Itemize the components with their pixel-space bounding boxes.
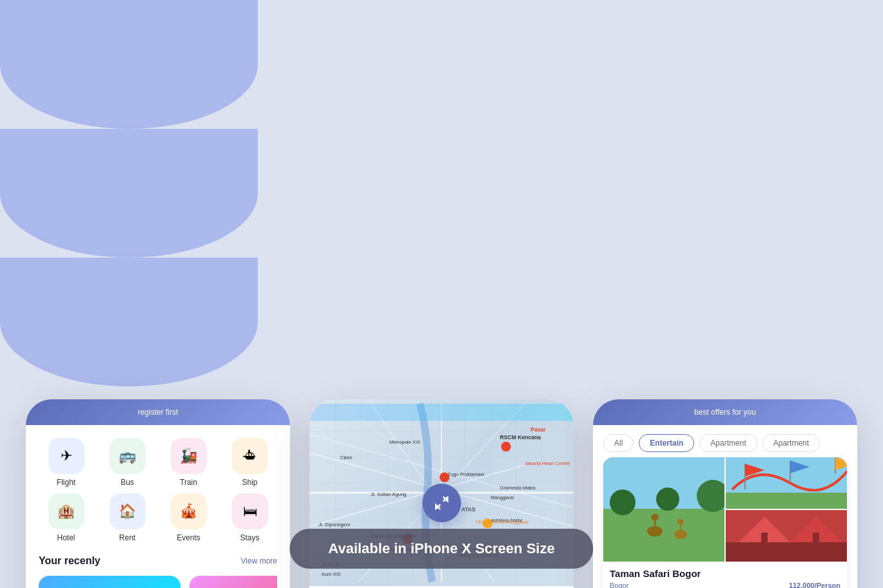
right-top-banner: best offers for you	[593, 399, 857, 425]
filter-entertain[interactable]: Entertain	[639, 434, 694, 452]
bg-decoration-right	[0, 258, 258, 386]
hotel-card-santika[interactable]: Hotel Hotel Santika Bandung "Hotel Santi…	[189, 576, 277, 588]
events-icon-item[interactable]: 🎪 Events	[161, 493, 216, 542]
screen-left: register first ✈ Flight 🚌 Bus 🚂 Train ⛴	[26, 399, 290, 588]
svg-text:trum XXI: trum XXI	[322, 571, 341, 577]
ship-icon-item[interactable]: ⛴ Ship	[222, 438, 277, 487]
safari-name: Taman Safari Bogor	[610, 568, 840, 579]
hotel-icon: 🏨	[48, 493, 84, 529]
svg-point-55	[677, 519, 684, 524]
svg-rect-31	[309, 404, 574, 421]
safari-place-row: Bogor 112.000/Person	[610, 582, 840, 588]
svg-point-47	[610, 489, 636, 515]
flight-label: Flight	[57, 478, 75, 487]
svg-rect-65	[726, 542, 847, 562]
svg-rect-69	[813, 533, 819, 542]
safari-card[interactable]: Taman Safari Bogor Bogor 112.000/Person …	[603, 457, 847, 588]
svg-point-50	[647, 526, 663, 536]
events-label: Events	[177, 533, 200, 542]
hotel-label: Hotel	[57, 533, 75, 542]
left-content: ✈ Flight 🚌 Bus 🚂 Train ⛴ Ship 🏨 Hot	[26, 425, 290, 588]
safari-price: 112.000/Person	[789, 582, 840, 588]
screen-right: best offers for you All Entertain Apartm…	[593, 399, 857, 588]
filter-apartment-2[interactable]: Apartment	[762, 434, 820, 452]
safari-main-image	[603, 457, 724, 562]
expand-button[interactable]	[422, 484, 461, 522]
stays-label: Stays	[240, 533, 259, 542]
stays-icon-item[interactable]: 🛏 Stays	[222, 493, 277, 542]
svg-point-52	[651, 514, 659, 520]
flight-icon: ✈	[48, 438, 84, 474]
recent-cards-list: Grand Hotel Preanger Bandung 900.000/nig…	[39, 576, 277, 588]
svg-point-8	[501, 442, 510, 451]
flight-icon-item[interactable]: ✈ Flight	[39, 438, 93, 487]
train-label: Train	[180, 478, 197, 487]
filter-all[interactable]: All	[603, 434, 634, 452]
rent-label: Rent	[119, 533, 135, 542]
bus-icon-item[interactable]: 🚌 Bus	[100, 438, 155, 487]
train-icon: 🚂	[171, 438, 207, 474]
bottom-banner: Available in iPhone X Screen Size	[289, 484, 593, 569]
svg-rect-46	[603, 509, 724, 562]
svg-point-49	[656, 488, 679, 511]
svg-point-53	[674, 530, 687, 539]
bus-label: Bus	[121, 478, 134, 487]
bus-icon: 🚌	[110, 438, 146, 474]
hotel-preanger-image	[39, 576, 180, 588]
ship-icon: ⛴	[232, 438, 268, 474]
svg-text:Jakarta Heart Centre: Jakarta Heart Centre	[525, 460, 570, 466]
safari-info: Taman Safari Bogor Bogor 112.000/Person …	[603, 562, 847, 588]
right-content: Taman Safari Bogor Bogor 112.000/Person …	[593, 457, 857, 588]
safari-roller-image	[726, 457, 847, 509]
ship-label: Ship	[242, 478, 257, 487]
stays-icon: 🛏	[232, 493, 268, 529]
transport-icons-grid: ✈ Flight 🚌 Bus 🚂 Train ⛴ Ship 🏨 Hot	[39, 438, 277, 542]
filter-tabs: All Entertain Apartment Apartment	[593, 425, 857, 457]
safari-images	[603, 457, 847, 562]
bg-decoration-left	[0, 0, 258, 129]
svg-text:RSCM Kencana: RSCM Kencana	[500, 434, 541, 441]
left-top-banner: register first	[26, 399, 290, 425]
view-more-link[interactable]: View more	[241, 556, 277, 565]
hotel-icon-item[interactable]: 🏨 Hotel	[39, 493, 93, 542]
available-label: Available in iPhone X Screen Size	[289, 529, 593, 569]
bg-decoration-middle	[0, 129, 258, 258]
rent-icon: 🏠	[110, 493, 146, 529]
rent-icon-item[interactable]: 🏠 Rent	[100, 493, 155, 542]
recently-header: Your recenly View more	[39, 555, 277, 567]
svg-rect-68	[761, 533, 768, 542]
hotel-santika-image: Hotel	[189, 576, 277, 588]
svg-rect-57	[726, 493, 847, 509]
svg-text:Metropole XXI: Metropole XXI	[389, 439, 420, 445]
events-icon: 🎪	[171, 493, 207, 529]
svg-text:Cikini: Cikini	[340, 455, 353, 460]
safari-tent-image	[726, 510, 847, 562]
svg-text:Pasar: Pasar	[530, 426, 546, 433]
recently-title: Your recenly	[39, 555, 101, 567]
filter-apartment-1[interactable]: Apartment	[699, 434, 757, 452]
safari-location: Bogor	[610, 582, 628, 588]
train-icon-item[interactable]: 🚂 Train	[161, 438, 216, 487]
svg-text:Tugu Proklamasi: Tugu Proklamasi	[448, 471, 485, 477]
hotel-card-preanger[interactable]: Grand Hotel Preanger Bandung 900.000/nig…	[39, 576, 180, 588]
